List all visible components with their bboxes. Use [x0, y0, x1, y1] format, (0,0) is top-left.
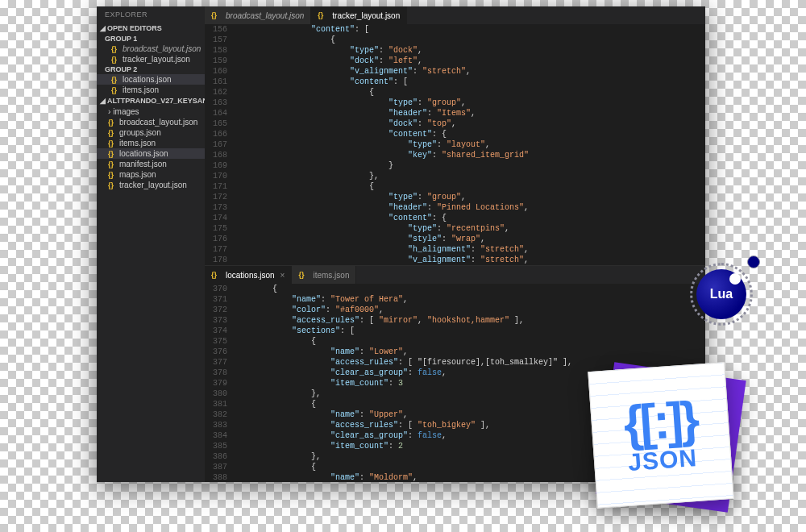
- json-file-icon: {}: [108, 150, 116, 158]
- chevron-down-icon: ◢: [100, 24, 106, 32]
- file-name: items.json: [123, 85, 159, 94]
- close-icon[interactable]: ×: [280, 271, 285, 280]
- code-line[interactable]: "dock": "top",: [234, 118, 705, 129]
- code-line[interactable]: "content": [: [234, 24, 705, 35]
- code-line[interactable]: },: [234, 171, 705, 181]
- code-line[interactable]: "content": {: [234, 129, 705, 139]
- line-number: 177: [205, 244, 227, 255]
- code-line[interactable]: "type": "group",: [234, 192, 705, 202]
- file-name: maps.json: [119, 170, 156, 179]
- code-line[interactable]: "key": "shared_item_grid": [234, 150, 705, 160]
- editor-group-1: {}broadcast_layout.json{}tracker_layout.…: [205, 6, 705, 265]
- lua-badge: Lua: [690, 263, 753, 326]
- code-line[interactable]: "header": "Pinned Locations",: [234, 202, 705, 213]
- file-item[interactable]: {}manifest.json: [97, 159, 205, 169]
- line-number: 178: [205, 255, 227, 265]
- file-name: groups.json: [119, 128, 161, 137]
- editor-tab[interactable]: {}locations.json×: [205, 266, 292, 284]
- code-line[interactable]: "dock": "left",: [234, 56, 705, 66]
- code-line[interactable]: "header": "Items",: [234, 108, 705, 118]
- editor-tab[interactable]: {}items.json: [292, 266, 356, 284]
- code-line[interactable]: "type": "recentpins",: [234, 223, 705, 234]
- line-number: 165: [205, 118, 227, 129]
- open-editor-item[interactable]: {}broadcast_layout.json: [97, 44, 205, 54]
- open-editor-item[interactable]: {}tracker_layout.json: [97, 54, 205, 64]
- file-name: manifest.json: [119, 160, 167, 168]
- json-file-icon: {}: [111, 45, 119, 53]
- line-number: 164: [205, 108, 227, 118]
- file-name: broadcast_layout.json: [119, 118, 197, 127]
- group-2-label: GROUP 2: [97, 64, 205, 74]
- code-line[interactable]: "name": "Lower",: [234, 347, 705, 357]
- code-line[interactable]: {: [234, 284, 705, 294]
- lua-orbit-icon: [747, 256, 760, 268]
- code-line[interactable]: {: [234, 87, 705, 98]
- line-number: 166: [205, 129, 227, 139]
- group-1-label: GROUP 1: [97, 34, 205, 44]
- code-line[interactable]: "type": "dock",: [234, 45, 705, 56]
- tab-label: broadcast_layout.json: [226, 11, 304, 20]
- line-number: 371: [205, 294, 227, 305]
- code-line[interactable]: "name": "Tower of Hera",: [234, 294, 705, 305]
- code-line[interactable]: "style": "wrap",: [234, 234, 705, 244]
- code-top[interactable]: "content": [ { "type": "dock", "dock": "…: [234, 24, 705, 265]
- code-line[interactable]: "color": "#af0000",: [234, 305, 705, 315]
- file-item[interactable]: {}groups.json: [97, 127, 205, 138]
- json-text: JSON: [627, 444, 698, 476]
- code-line[interactable]: "v_alignment": "stretch",: [234, 255, 705, 265]
- line-number: 167: [205, 139, 227, 150]
- line-number: 386: [205, 451, 227, 462]
- folder-item[interactable]: ›images: [97, 106, 205, 117]
- line-number: 373: [205, 315, 227, 326]
- code-pane-top[interactable]: 1561571581591601611621631641651661671681…: [205, 24, 705, 265]
- line-number: 379: [205, 378, 227, 389]
- line-number: 161: [205, 77, 227, 87]
- code-line[interactable]: {: [234, 181, 705, 192]
- file-item[interactable]: {}items.json: [97, 138, 205, 148]
- line-number: 374: [205, 326, 227, 336]
- file-name: items.json: [119, 139, 156, 148]
- line-number: 169: [205, 160, 227, 171]
- sidebar: EXPLORER ◢ OPEN EDITORS GROUP 1 {}broadc…: [97, 6, 205, 482]
- file-item[interactable]: {}locations.json: [97, 148, 205, 159]
- code-line[interactable]: "access_rules": [ "mirror", "hookshot,ha…: [234, 315, 705, 326]
- tab-label: items.json: [313, 271, 349, 280]
- line-number: 388: [205, 472, 227, 482]
- lua-label: Lua: [710, 287, 733, 301]
- line-number: 162: [205, 87, 227, 98]
- workspace-header[interactable]: ◢ ALTTPRANDO_V27_KEYSANITY_LI...: [97, 95, 205, 106]
- line-number: 175: [205, 223, 227, 234]
- line-number: 383: [205, 420, 227, 430]
- file-name: broadcast_layout.json: [123, 44, 201, 53]
- line-number: 156: [205, 24, 227, 35]
- code-line[interactable]: "content": [: [234, 77, 705, 87]
- code-line[interactable]: "content": {: [234, 213, 705, 223]
- code-line[interactable]: "v_alignment": "stretch",: [234, 66, 705, 77]
- code-line[interactable]: "type": "layout",: [234, 139, 705, 150]
- editor-tab[interactable]: {}tracker_layout.json: [311, 6, 407, 24]
- line-number: 168: [205, 150, 227, 160]
- line-number: 372: [205, 305, 227, 315]
- code-line[interactable]: "sections": [: [234, 326, 705, 336]
- json-file-icon: {}: [111, 86, 119, 94]
- sidebar-title: EXPLORER: [97, 6, 205, 23]
- code-line[interactable]: "h_alignment": "stretch",: [234, 244, 705, 255]
- json-glyph: {[:]}: [622, 394, 698, 449]
- code-line[interactable]: "type": "group",: [234, 98, 705, 108]
- code-line[interactable]: {: [234, 336, 705, 347]
- code-line[interactable]: }: [234, 160, 705, 171]
- chevron-right-icon: ›: [108, 107, 110, 116]
- file-item[interactable]: {}broadcast_layout.json: [97, 117, 205, 127]
- file-item[interactable]: {}maps.json: [97, 169, 205, 180]
- json-file-icon: {}: [108, 160, 116, 168]
- code-line[interactable]: {: [234, 35, 705, 45]
- line-number: 385: [205, 441, 227, 451]
- open-editors-header[interactable]: ◢ OPEN EDITORS: [97, 23, 205, 34]
- line-number: 159: [205, 56, 227, 66]
- editor-tab[interactable]: {}broadcast_layout.json: [205, 6, 311, 24]
- json-file-icon: {}: [108, 129, 116, 137]
- open-editor-item[interactable]: {}locations.json: [97, 74, 205, 85]
- open-editor-item[interactable]: {}items.json: [97, 85, 205, 95]
- json-file-icon: {}: [298, 271, 306, 279]
- file-item[interactable]: {}tracker_layout.json: [97, 180, 205, 190]
